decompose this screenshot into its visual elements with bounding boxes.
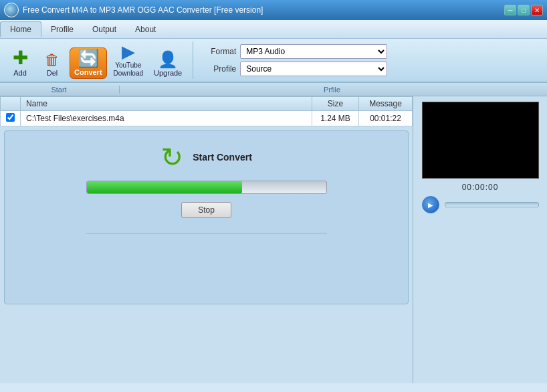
youtube-icon: ▶ (122, 43, 135, 60)
video-preview (422, 102, 539, 179)
col-header-name: Name (21, 97, 312, 111)
toolbar-labels-left: Start (5, 86, 120, 94)
play-button[interactable]: ▶ (422, 196, 439, 213)
title-bar: Free Convert M4A to MP3 AMR OGG AAC Conv… (0, 0, 547, 20)
convert-label: Convert (74, 68, 102, 77)
del-button[interactable]: 🗑 Del (37, 52, 67, 79)
col-header-size: Size (312, 97, 359, 111)
add-button[interactable]: ✚ Add (5, 47, 35, 79)
toolbar-left: ✚ Add 🗑 Del 🔄 Convert ▶ YouTubeDownload … (5, 41, 193, 79)
convert-title: Start Convert (193, 152, 252, 163)
file-panel: Name Size Message C:\Test Files\exercise… (0, 96, 413, 383)
toolbar-labels: Start Prfile (0, 83, 547, 96)
convert-button[interactable]: 🔄 Convert (70, 47, 107, 79)
youtube-label: YouTubeDownload (114, 62, 143, 78)
table-row: C:\Test Files\exercises.m4a 1.24 MB 00:0… (1, 111, 413, 126)
progress-bar-container (86, 181, 327, 194)
close-button[interactable]: ✕ (531, 5, 543, 15)
file-table: Name Size Message C:\Test Files\exercise… (0, 96, 413, 126)
upgrade-icon: 👤 (158, 52, 178, 68)
profile-label: Profile (203, 64, 236, 74)
add-icon: ✚ (13, 49, 28, 68)
progress-bar-fill (87, 181, 243, 193)
maximize-button[interactable]: □ (518, 5, 530, 15)
player-controls: ▶ (422, 196, 539, 213)
title-text: Free Convert M4A to MP3 AMR OGG AAC Conv… (23, 5, 263, 15)
convert-spinner: ↺ Start Convert (160, 142, 252, 173)
format-select[interactable]: MP3 Audio AAC OGG AMR M4A WAV (240, 44, 387, 59)
main-area: Name Size Message C:\Test Files\exercise… (0, 96, 547, 383)
tab-home[interactable]: Home (0, 21, 41, 37)
title-bar-left: Free Convert M4A to MP3 AMR OGG AAC Conv… (4, 3, 263, 17)
tab-profile[interactable]: Profile (41, 21, 83, 37)
upgrade-button[interactable]: 👤 Upgrade (150, 50, 186, 79)
time-display: 00:00:00 (462, 183, 499, 192)
row-message: 00:01:22 (359, 111, 413, 126)
col-header-check (1, 97, 21, 111)
row-checkbox[interactable] (1, 111, 21, 126)
row-size: 1.24 MB (312, 111, 359, 126)
spinner-icon: ↺ (160, 142, 183, 173)
minimize-button[interactable]: ─ (504, 5, 516, 15)
profile-row: Profile Source 128 kbps 192 kbps 256 kbp… (203, 62, 542, 76)
convert-area: ↺ Start Convert Stop (4, 130, 409, 304)
tab-about[interactable]: About (126, 21, 165, 37)
preview-panel: 00:00:00 ▶ (413, 96, 547, 383)
stop-button[interactable]: Stop (181, 202, 231, 218)
toolbar-right: Format MP3 Audio AAC OGG AMR M4A WAV Pro… (196, 41, 542, 79)
app-icon (4, 3, 19, 17)
file-checkbox[interactable] (6, 113, 15, 122)
tab-output[interactable]: Output (83, 21, 126, 37)
seek-bar[interactable] (445, 202, 539, 207)
convert-divider (86, 233, 327, 233)
play-icon: ▶ (428, 201, 433, 209)
del-icon: 🗑 (45, 53, 60, 68)
del-label: Del (47, 69, 58, 78)
col-header-message: Message (359, 97, 413, 111)
start-section-label: Start (5, 86, 112, 94)
toolbar: ✚ Add 🗑 Del 🔄 Convert ▶ YouTubeDownload … (0, 39, 547, 83)
upgrade-label: Upgrade (154, 69, 182, 78)
row-filename: C:\Test Files\exercises.m4a (21, 111, 312, 126)
format-row: Format MP3 Audio AAC OGG AMR M4A WAV (203, 44, 542, 59)
add-label: Add (13, 69, 27, 78)
profile-select[interactable]: Source 128 kbps 192 kbps 256 kbps 320 kb… (240, 62, 387, 76)
menu-bar: Home Profile Output About (0, 20, 547, 39)
title-controls: ─ □ ✕ (504, 5, 543, 15)
convert-icon: 🔄 (78, 50, 99, 67)
profile-section-label: Prfile (122, 86, 542, 94)
youtube-download-button[interactable]: ▶ YouTubeDownload (110, 41, 147, 79)
format-label: Format (203, 47, 236, 56)
